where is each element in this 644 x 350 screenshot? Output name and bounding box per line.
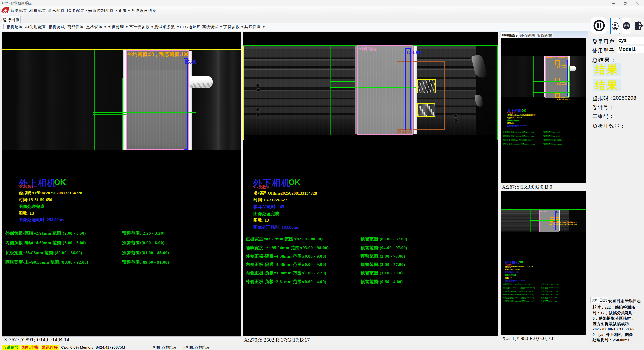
user-group-button[interactable] [622,18,631,34]
center-camera-view[interactable]: 极耳区域 AI检测框 123.80 外下相机 OK NG次数:0 虚拟码:Off… [243,32,498,336]
log-line: 0，缺陷提取分区耗时： [593,316,643,321]
menu-item-light-config[interactable]: 光源控制配置 [88,8,114,13]
center-time: 时间:13-31-59-627 [253,197,287,203]
tool-item-baseline-params[interactable]: 基准线参数 [129,25,150,29]
menu-item-light-arrow-icon [116,10,118,11]
mini-bottom-meas-6: 外侧正极-负极=2.61mm 范围:(0.60 - 4.00) [503,300,534,302]
mini-top-time: 时间:13-31-59-650 [507,117,522,119]
mini-defect-label-3b: 宽度:1.221 高度:1.73 [557,98,572,101]
left-meas-4: 隔膜宽度-上=90.56mm 范围:(88.00 - 92.00) [5,259,88,265]
mini-bottom-white-strip [559,210,560,231]
login-user-input[interactable]: cys [617,37,644,44]
tab-line-curve[interactable]: 料线曲线图 [519,33,536,38]
tool-item-camera-debug[interactable]: 相机调试 [48,25,65,29]
mini-bottom-process-done: 图像处理完成 [505,274,516,276]
center-virtual-code: 虚拟码:Offline20250208133134728 [253,190,317,196]
menu-item-system-config[interactable]: 系统配置 [10,8,27,13]
left-blue-measure-rect [184,58,188,150]
exit-button[interactable] [633,18,644,34]
tool-item-ai-usage-config[interactable]: AI使用配置 [25,25,46,29]
mini-bottom-camera-view[interactable]: AI检测框 123.80 外侧正极-隔膜:4.38 内侧正极-隔膜:4.38 内… [501,191,586,335]
log-content[interactable]: 耗时：222，缺陷检测耗 时：17，缺陷分类耗时： 0，缺陷提取分区耗时： 直方… [591,303,643,349]
mini-bottom-warn-6: 预警范围:(0.60 - 4.00) [541,300,557,302]
center-warn-2: 预警范围:(94.00 - 97.00) [361,245,407,251]
tab-ng-snapshot[interactable]: NG截图显示 [501,32,519,38]
screw-icon [453,114,458,118]
menu-item-comm-config[interactable]: 通讯配置 [48,8,65,13]
close-button[interactable] [631,0,643,6]
center-warn-4: 预警范围:(2.00 - 77.00) [361,262,405,267]
left-tab-blob-texture [191,83,212,88]
qr-code-label: 二维码： [592,113,615,120]
mini-bottom-process-time: 图像处理耗时: 183.00ms [505,279,525,282]
bottom-status-bar: 心跳信号 相机连接 通讯连接 Cpu: 0.0% Memory: 3424.41… [0,344,644,350]
center-warn-3: 预警范围:(2.00 - 77.00) [361,253,405,259]
tab-error-log[interactable]: 错误日志 [625,298,641,303]
title-bar: CYS-视觉检测系统 [0,0,644,6]
tool-item-other-settings[interactable]: 其它设置 [244,25,261,29]
left-detect-box [126,50,189,150]
screw-icon [256,108,260,112]
mini-bottom-virtual-code: 虚拟码:Offline20250208133134728 [505,266,533,268]
tab-run-image[interactable]: 运行图像 [2,16,21,23]
center-tab-ai-time: 极耳AI耗时: 165 [253,204,284,210]
menu-item-io-card-config[interactable]: IO卡配置 [67,8,85,13]
mini-top-coord-status: X:267;Y:13;R:0;G:0;B:0 [501,184,586,190]
tool-item-char-params-arrow-icon [241,26,243,28]
mini-bottom-meas-4: 内侧正极-隔膜=4.38mm 范围:(0.00 - 9.00) [503,293,534,296]
log-line: 时：17，缺陷分类耗时： [593,310,643,316]
menu-item-io-card-arrow-icon [85,10,87,11]
tool-item-spot-check-setting[interactable]: 点检设置 [86,25,103,29]
tool-item-other-settings-arrow-icon [263,26,265,28]
left-camera-coord-status: X:7677;Y:891;R:14;G:14;B:14 [2,336,241,343]
current-user-button[interactable] [610,18,620,34]
tab-run-log[interactable]: 运行日志 [590,297,608,303]
left-camera-ok: OK [54,178,66,187]
camera-conn-badge: 相机连接 [21,345,39,350]
tool-item-offline-setting[interactable]: 离线设置 [67,25,84,29]
mini-top-green-vline [533,56,534,97]
menu-item-camera-config[interactable]: 相机配置 [29,8,46,13]
pause-icon [593,20,605,32]
login-user-label: 登录用户： [592,38,620,45]
menu-item-language-switch[interactable]: 系统语言切换 [131,8,157,13]
minimize-button[interactable] [608,0,619,6]
tool-item-image-process[interactable]: 图像处理 [108,25,124,29]
model-label: 使用型号： [592,47,620,54]
tool-item-camera-config[interactable]: 相机配置 [6,25,23,29]
center-ai-detect-box [357,45,413,135]
left-sheet-noise [127,51,188,149]
mini-top-yellow-line [501,56,586,56]
close-icon [636,2,639,5]
model-input[interactable]: Model1 [617,46,644,53]
log-line: 0--cys--外上相机--图像 [593,332,643,337]
tab-setting-log[interactable]: 设置日志 [608,298,625,303]
mini-top-camera-view[interactable]: 平均阈值:93，动态阈值:100 飞边 曲率:1.226 宽度:1.775 高度… [501,38,586,183]
toolbar-grip[interactable] [3,24,4,29]
restore-icon [624,2,627,5]
tool-item-test-item-params[interactable]: 测试项参数 [154,25,175,29]
mini-bottom-ok: OK [519,261,523,264]
center-green-vline [330,46,331,135]
tool-item-spot-check-arrow-icon [104,26,106,28]
center-warn-1: 预警范围:(83.00 - 87.00) [361,236,407,242]
mini-bottom-ai-label: AI检测框 [540,210,547,213]
virtual-code-label: 虚拟码： [592,95,615,102]
tool-item-plc-address-lib[interactable]: PLC地址库 [180,25,201,29]
left-camera-view[interactable]: 85.88 平均阈值:93，动态阈值:100 外上相机 OK NG次数:1 虚拟… [2,32,241,336]
center-ng-count: NG次数:0 [253,185,269,190]
pause-button[interactable] [591,17,607,34]
left-meas-1: 外侧负极-隔膜=2.91mm 范围:(2.00 - 3.50) [5,230,86,236]
tool-item-offline-debug[interactable]: 离线调试 [202,25,219,29]
menu-item-view[interactable]: 查看 [118,8,127,13]
mini-top-virtual-code: 虚拟码:Offline20250208133134728 [507,114,535,116]
screw-icon [454,119,458,122]
app-logo [1,6,9,15]
center-warn-6: 预警范围:(0.60 - 4.00) [361,279,403,285]
center-camera-ok: OK [288,178,300,187]
lower-camera-status: 下相机:点检结束 [182,345,210,350]
center-warn-5: 预警范围:(1.10 - 2.10) [361,270,403,276]
restore-button[interactable] [619,0,631,6]
tool-item-char-params[interactable]: 字符参数 [223,25,240,29]
tab-data-curve[interactable]: 数据曲线图 [536,33,553,38]
